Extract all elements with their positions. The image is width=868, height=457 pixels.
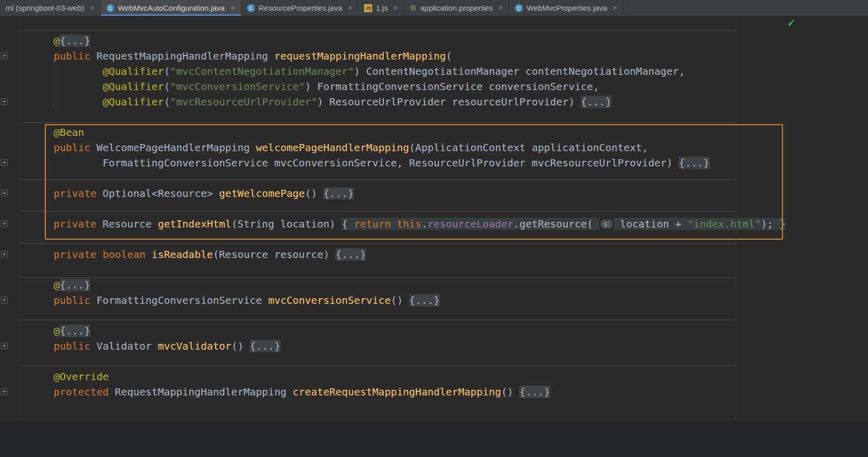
- code-token: createRequestMappingHandlerMapping: [293, 386, 501, 398]
- fold-toggle-icon[interactable]: +: [1, 251, 8, 258]
- code-line[interactable]: public Validator mvcValidator() {...}: [29, 338, 786, 354]
- close-icon[interactable]: ×: [394, 4, 398, 13]
- method-separator: [20, 30, 736, 31]
- editor-tab-bar: ml (springboot-03-web) × C WebMvcAutoCon…: [0, 0, 868, 16]
- tab-label: WebMvcAutoConfiguration.java: [118, 4, 225, 12]
- code-token: public: [53, 50, 90, 62]
- close-icon[interactable]: ×: [230, 4, 235, 13]
- code-token: [29, 35, 53, 47]
- fold-toggle-icon[interactable]: +: [1, 190, 8, 196]
- code-token: @: [53, 325, 60, 337]
- code-token: isReadable: [152, 248, 213, 261]
- code-token: [29, 65, 103, 77]
- code-token: public: [53, 294, 90, 306]
- code-token: ) ContentNegotiationManager contentNegot…: [354, 65, 685, 77]
- code-line[interactable]: [29, 109, 786, 125]
- code-token: ) FormattingConversionService conversion…: [305, 80, 599, 93]
- code-token: [29, 294, 53, 306]
- code-line[interactable]: @Qualifier("mvcContentNegotiationManager…: [29, 64, 786, 79]
- code-token: [29, 370, 53, 383]
- code-token: [29, 325, 53, 337]
- code-token: boolean: [103, 248, 146, 261]
- code-token: {...}: [409, 294, 440, 306]
- code-token: [29, 80, 103, 93]
- code-token: {...}: [581, 96, 611, 108]
- code-token: [29, 248, 53, 261]
- tab-label: ml (springboot-03-web): [6, 4, 84, 12]
- code-token: FormattingConversionService: [90, 294, 268, 306]
- code-token: @: [53, 35, 60, 47]
- close-icon[interactable]: ×: [348, 4, 352, 13]
- tab-webmvcproperties-java[interactable]: C WebMvcProperties.java ×: [509, 0, 623, 16]
- code-token: "mvcConversionService": [170, 80, 305, 93]
- properties-file-icon: ⚙: [410, 4, 416, 12]
- code-token: (: [164, 65, 170, 77]
- code-token: "mvcContentNegotiationManager": [170, 65, 354, 77]
- code-token: [96, 248, 102, 261]
- code-token: ) ResourceUrlProvider resourceUrlProvide…: [317, 96, 581, 108]
- editor[interactable]: @{...} public RequestMappingHandlerMappi…: [0, 16, 868, 421]
- code-line[interactable]: @Override: [29, 369, 786, 384]
- tab-label: 1.js: [376, 4, 387, 12]
- code-token: (: [446, 50, 452, 62]
- code-token: requestMappingHandlerMapping: [274, 50, 446, 62]
- code-token: [146, 248, 152, 261]
- code-line[interactable]: @{...}: [29, 323, 786, 338]
- code-token: [29, 386, 53, 398]
- code-line[interactable]: private boolean isReadable(Resource reso…: [29, 247, 786, 262]
- ide-window: ml (springboot-03-web) × C WebMvcAutoCon…: [0, 0, 868, 457]
- bottom-panel: [0, 421, 868, 457]
- tab-label: ResourceProperties.java: [259, 4, 342, 12]
- code-line[interactable]: [29, 308, 786, 323]
- fold-toggle-icon[interactable]: +: [1, 98, 8, 105]
- code-token: protected: [53, 386, 108, 398]
- code-token: [29, 340, 53, 352]
- code-token: [29, 96, 103, 108]
- code-line[interactable]: @Qualifier("mvcConversionService") Forma…: [29, 79, 786, 94]
- code-line[interactable]: protected RequestMappingHandlerMapping c…: [29, 384, 786, 399]
- close-icon[interactable]: ×: [613, 4, 618, 13]
- code-token: @Qualifier: [103, 80, 164, 93]
- fold-toggle-icon[interactable]: +: [1, 297, 8, 303]
- java-class-icon: C: [515, 4, 523, 12]
- code-token: @Qualifier: [103, 96, 164, 108]
- javascript-file-icon: JS: [364, 4, 372, 12]
- gutter-divider: [19, 16, 19, 421]
- fold-toggle-icon[interactable]: +: [1, 342, 8, 349]
- fold-toggle-icon[interactable]: +: [1, 220, 8, 227]
- code-token: @Override: [53, 370, 108, 383]
- code-token: {...}: [335, 248, 366, 261]
- tab-1-js[interactable]: JS 1.js ×: [358, 0, 404, 16]
- java-class-icon: C: [247, 4, 255, 12]
- code-line[interactable]: @Qualifier("mvcResourceUrlProvider") Res…: [29, 94, 786, 109]
- code-line[interactable]: [29, 354, 786, 369]
- code-token: [29, 279, 53, 291]
- code-token: {...}: [519, 386, 550, 398]
- code-token: @: [53, 279, 60, 291]
- code-token: {...}: [250, 340, 281, 352]
- tab-webmvcautoconfiguration-java[interactable]: C WebMvcAutoConfiguration.java ×: [101, 0, 241, 16]
- code-token: (): [390, 294, 409, 306]
- code-token: @Qualifier: [103, 65, 164, 77]
- close-icon[interactable]: ×: [498, 4, 503, 13]
- fold-toggle-icon[interactable]: +: [1, 159, 8, 166]
- code-line[interactable]: public FormattingConversionService mvcCo…: [29, 293, 786, 308]
- code-token: (Resource resource): [213, 248, 335, 261]
- tab-label: application.properties: [421, 4, 493, 12]
- close-icon[interactable]: ×: [90, 4, 94, 13]
- fold-toggle-icon[interactable]: +: [1, 388, 8, 395]
- code-token: mvcConversionService: [268, 294, 391, 306]
- code-line[interactable]: @{...}: [29, 33, 786, 48]
- code-line[interactable]: public RequestMappingHandlerMapping requ…: [29, 48, 786, 64]
- tab-application-properties[interactable]: ⚙ application.properties ×: [404, 0, 509, 16]
- fold-toggle-icon[interactable]: +: [1, 52, 8, 59]
- code-token: (): [231, 340, 249, 352]
- tab-resourceproperties-java[interactable]: C ResourceProperties.java ×: [241, 0, 359, 16]
- tab-springboot-03-web[interactable]: ml (springboot-03-web) ×: [0, 0, 101, 16]
- code-token: private: [53, 248, 96, 261]
- inspections-status-icon[interactable]: ✓: [787, 18, 796, 28]
- code-token: RequestMappingHandlerMapping: [90, 50, 274, 62]
- code-token: {...}: [60, 325, 90, 337]
- code-line[interactable]: [29, 262, 786, 277]
- code-line[interactable]: @{...}: [29, 277, 786, 293]
